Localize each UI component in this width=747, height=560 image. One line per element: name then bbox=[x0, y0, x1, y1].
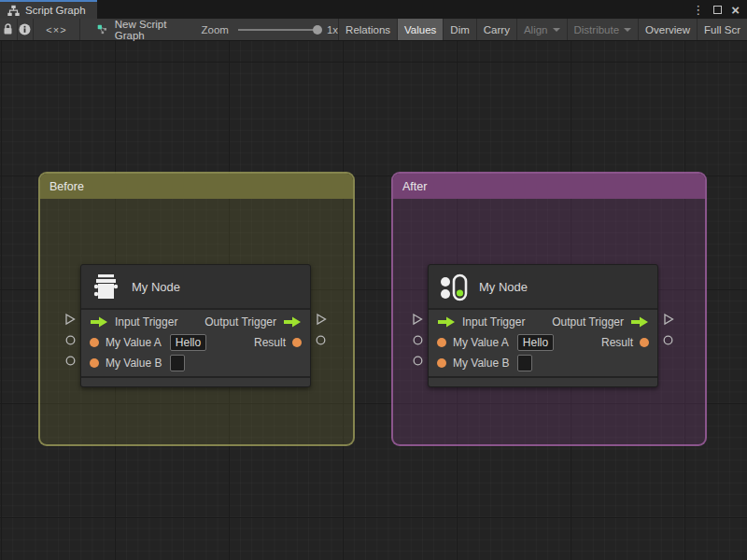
input-trigger-label: Input Trigger bbox=[462, 315, 525, 329]
zoom-label: Zoom bbox=[202, 24, 229, 35]
value-a-label: My Value A bbox=[106, 336, 162, 349]
group-after-header[interactable]: After bbox=[393, 174, 705, 199]
overview-button[interactable]: Overview bbox=[638, 19, 697, 40]
lock-icon bbox=[3, 23, 13, 35]
value-b-input[interactable] bbox=[170, 355, 185, 371]
tab-script-graph[interactable]: Script Graph bbox=[0, 0, 97, 19]
unit-block-icon bbox=[91, 272, 120, 301]
value-b-port[interactable] bbox=[413, 356, 423, 366]
output-trigger-label: Output Trigger bbox=[552, 315, 624, 329]
new-script-graph-button[interactable]: New Script Graph bbox=[80, 19, 184, 40]
chevron-down-icon bbox=[553, 28, 560, 32]
result-port[interactable] bbox=[316, 335, 326, 345]
port-row-value-b: My Value B bbox=[81, 353, 310, 373]
flow-out-icon[interactable] bbox=[630, 316, 649, 328]
script-graph-asset-icon bbox=[97, 22, 107, 36]
chevron-down-icon bbox=[624, 28, 631, 32]
script-graph-window: Script Graph ⋮ × <×> bbox=[0, 0, 747, 560]
node-body: Input Trigger Output Trigger My Valu bbox=[429, 310, 657, 376]
close-icon[interactable]: × bbox=[731, 3, 740, 17]
port-row-value-b: My Value B bbox=[429, 353, 657, 373]
window-menu-icon[interactable]: ⋮ bbox=[692, 4, 704, 16]
edit-source-icon: <×> bbox=[46, 24, 66, 35]
graph-canvas[interactable]: Before After bbox=[0, 41, 747, 560]
dim-button[interactable]: Dim bbox=[443, 19, 475, 40]
edit-source-button[interactable]: <×> bbox=[34, 19, 81, 40]
value-port-icon[interactable] bbox=[437, 338, 446, 347]
zoom-control: Zoom 1x bbox=[202, 19, 339, 40]
result-label: Result bbox=[601, 336, 633, 349]
group-title: After bbox=[402, 180, 427, 193]
result-port[interactable] bbox=[663, 335, 673, 345]
graph-hierarchy-icon bbox=[7, 5, 20, 17]
new-script-graph-label: New Script Graph bbox=[115, 19, 176, 41]
carry-button[interactable]: Carry bbox=[476, 19, 516, 40]
value-port-icon[interactable] bbox=[292, 338, 302, 347]
node-header[interactable]: My Node bbox=[429, 265, 657, 308]
tab-bar: Script Graph ⋮ × bbox=[0, 0, 747, 19]
info-icon bbox=[19, 23, 31, 35]
output-trigger-port[interactable] bbox=[315, 313, 328, 326]
value-port-icon[interactable] bbox=[90, 358, 99, 368]
port-row-triggers: Input Trigger Output Trigger bbox=[81, 312, 310, 332]
node-header[interactable]: My Node bbox=[81, 265, 310, 308]
zoom-slider-knob[interactable] bbox=[313, 25, 322, 35]
value-a-input[interactable]: Hello bbox=[517, 334, 554, 351]
value-b-label: My Value B bbox=[106, 357, 162, 370]
value-b-input[interactable] bbox=[517, 355, 532, 371]
output-trigger-label: Output Trigger bbox=[204, 315, 276, 329]
port-row-value-a: My Value A Hello Result bbox=[81, 332, 310, 353]
input-trigger-label: Input Trigger bbox=[115, 315, 177, 329]
result-label: Result bbox=[254, 336, 286, 349]
node-title: My Node bbox=[479, 280, 528, 294]
value-port-icon[interactable] bbox=[640, 338, 649, 347]
zoom-value: 1x bbox=[327, 24, 338, 35]
node-box[interactable]: My Node Input Trigger Output Trigger bbox=[80, 264, 311, 387]
flow-out-icon[interactable] bbox=[283, 316, 302, 328]
value-b-port[interactable] bbox=[65, 356, 76, 366]
relations-button[interactable]: Relations bbox=[338, 19, 397, 40]
flow-in-icon[interactable] bbox=[90, 316, 108, 328]
flow-in-icon[interactable] bbox=[437, 316, 456, 328]
value-b-label: My Value B bbox=[453, 357, 509, 370]
full-screen-button[interactable]: Full Scr bbox=[697, 19, 747, 40]
values-button[interactable]: Values bbox=[397, 19, 443, 40]
align-dropdown[interactable]: Align bbox=[516, 19, 567, 40]
window-controls: ⋮ × bbox=[692, 0, 747, 19]
toolbar-toggle-buttons: Relations Values Dim Carry Align Distrib… bbox=[338, 19, 747, 40]
distribute-dropdown[interactable]: Distribute bbox=[567, 19, 639, 40]
value-port-icon[interactable] bbox=[437, 358, 446, 368]
input-trigger-port[interactable] bbox=[411, 313, 424, 326]
port-row-value-a: My Value A Hello Result bbox=[429, 332, 657, 353]
tab-label: Script Graph bbox=[25, 5, 86, 16]
node-footer bbox=[429, 378, 657, 386]
toggle-icon bbox=[438, 272, 468, 301]
node-body: Input Trigger Output Trigger My Valu bbox=[81, 310, 310, 376]
node-title: My Node bbox=[132, 280, 180, 294]
port-row-triggers: Input Trigger Output Trigger bbox=[429, 312, 657, 332]
zoom-slider[interactable] bbox=[238, 29, 320, 31]
node-footer bbox=[81, 378, 310, 386]
group-title: Before bbox=[49, 180, 84, 193]
output-trigger-port[interactable] bbox=[662, 313, 675, 326]
node-my-node-after[interactable]: My Node Input Trigger Output Trigger bbox=[428, 264, 658, 387]
info-button[interactable] bbox=[18, 19, 34, 40]
group-before-header[interactable]: Before bbox=[40, 174, 353, 199]
node-box[interactable]: My Node Input Trigger Output Trigger bbox=[428, 264, 658, 387]
node-my-node-before[interactable]: My Node Input Trigger Output Trigger bbox=[80, 264, 311, 387]
value-a-port[interactable] bbox=[65, 335, 76, 345]
value-a-label: My Value A bbox=[453, 336, 509, 349]
value-a-port[interactable] bbox=[413, 335, 423, 345]
maximize-icon[interactable] bbox=[713, 6, 722, 14]
graph-toolbar: <×> New Script Graph Zoom 1x Relations V… bbox=[0, 19, 747, 41]
lock-button[interactable] bbox=[0, 19, 18, 40]
value-a-input[interactable]: Hello bbox=[170, 334, 206, 351]
value-port-icon[interactable] bbox=[90, 338, 99, 347]
input-trigger-port[interactable] bbox=[63, 313, 77, 326]
